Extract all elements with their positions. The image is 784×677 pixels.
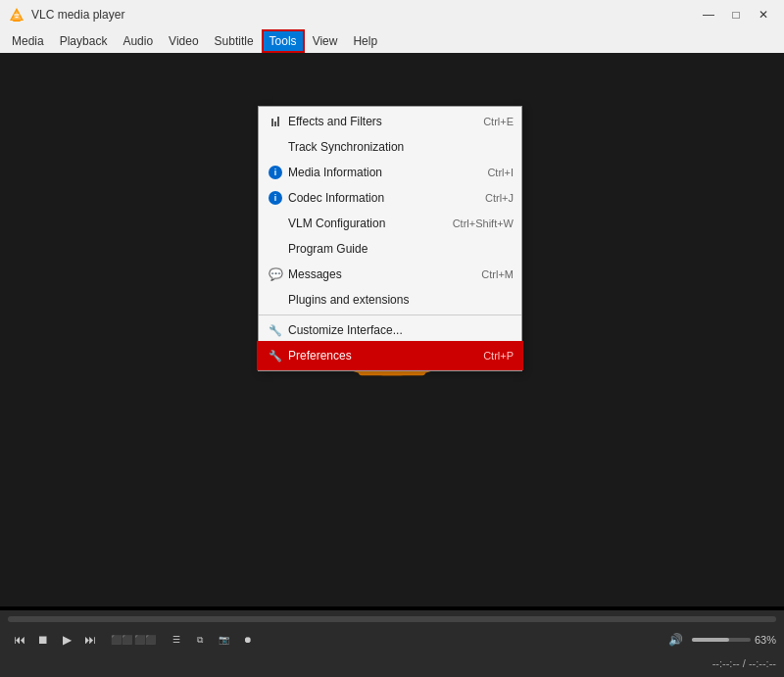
- snapshot-button[interactable]: 📷: [212, 628, 235, 652]
- plugins-icon: [267, 291, 284, 309]
- app-icon: [8, 6, 25, 24]
- tools-dropdown: Effects and Filters Ctrl+E Track Synchro…: [258, 106, 522, 371]
- controls-row: ⏮ ⏹ ▶ ⏭ ⬛⬛ ⬛⬛ ☰ ⧉ 📷 ⏺ 🔊 63%: [0, 622, 784, 657]
- preferences-icon: 🔧: [267, 347, 284, 364]
- codec-info-icon: i: [267, 189, 284, 207]
- customize-icon: 🔧: [267, 321, 284, 339]
- eq-icon: [267, 113, 284, 130]
- frame-next-button[interactable]: ⬛⬛: [133, 628, 157, 652]
- menu-preferences[interactable]: 🔧 Preferences Ctrl+P: [259, 343, 521, 368]
- svg-rect-2: [13, 20, 21, 22]
- skip-back-button[interactable]: ⏮: [8, 628, 31, 652]
- menu-customize[interactable]: 🔧 Customize Interface...: [259, 317, 521, 343]
- effects-filters-shortcut: Ctrl+E: [483, 116, 514, 127]
- main-content: Effects and Filters Ctrl+E Track Synchro…: [0, 53, 784, 606]
- menu-view[interactable]: View: [305, 29, 346, 53]
- title-bar: VLC media player — □ ✕: [0, 0, 784, 29]
- menu-codec-info[interactable]: i Codec Information Ctrl+J: [259, 185, 521, 211]
- stop-button[interactable]: ⏹: [31, 628, 55, 652]
- preferences-label: Preferences: [288, 349, 475, 363]
- menu-video[interactable]: Video: [161, 29, 206, 53]
- effects-filters-label: Effects and Filters: [288, 115, 475, 128]
- menu-effects-filters[interactable]: Effects and Filters Ctrl+E: [259, 109, 521, 134]
- vlm-icon: [267, 215, 284, 232]
- frame-prev-button[interactable]: ⬛⬛: [110, 628, 133, 652]
- vlm-config-shortcut: Ctrl+Shift+W: [453, 218, 514, 229]
- minimize-button[interactable]: —: [696, 5, 721, 24]
- program-guide-icon: [267, 240, 284, 258]
- volume-area: 🔊 63%: [664, 628, 776, 652]
- skip-forward-button[interactable]: ⏭: [78, 628, 102, 652]
- menu-audio[interactable]: Audio: [115, 29, 161, 53]
- vlm-config-label: VLM Configuration: [288, 217, 445, 230]
- playlist-button[interactable]: ☰: [165, 628, 188, 652]
- codec-info-shortcut: Ctrl+J: [485, 192, 514, 204]
- messages-icon: 💬: [267, 266, 284, 283]
- record-button[interactable]: ⏺: [235, 628, 259, 652]
- menu-help[interactable]: Help: [345, 29, 385, 53]
- volume-fill: [692, 638, 729, 642]
- messages-label: Messages: [288, 267, 473, 281]
- maximize-button[interactable]: □: [723, 5, 749, 24]
- menu-messages[interactable]: 💬 Messages Ctrl+M: [259, 262, 521, 287]
- menu-subtitle[interactable]: Subtitle: [207, 29, 262, 53]
- preferences-shortcut: Ctrl+P: [483, 350, 514, 362]
- menu-media[interactable]: Media: [4, 29, 52, 53]
- menu-bar: Media Playback Audio Video Subtitle Tool…: [0, 29, 784, 53]
- codec-info-label: Codec Information: [288, 191, 477, 205]
- play-button[interactable]: ▶: [55, 628, 78, 652]
- media-info-icon: i: [267, 164, 284, 181]
- time-display: --:--:-- / --:--:--: [712, 657, 776, 669]
- window-controls: — □ ✕: [696, 5, 776, 24]
- window-title: VLC media player: [31, 8, 696, 22]
- volume-slider[interactable]: [692, 638, 751, 642]
- track-sync-icon: [267, 138, 284, 156]
- customize-label: Customize Interface...: [288, 323, 506, 337]
- menu-vlm-config[interactable]: VLM Configuration Ctrl+Shift+W: [259, 211, 521, 236]
- menu-playback[interactable]: Playback: [52, 29, 116, 53]
- menu-track-sync[interactable]: Track Synchronization: [259, 134, 521, 160]
- media-info-shortcut: Ctrl+I: [487, 167, 514, 178]
- track-sync-label: Track Synchronization: [288, 140, 506, 154]
- close-button[interactable]: ✕: [751, 5, 776, 24]
- menu-tools[interactable]: Tools: [262, 29, 305, 53]
- media-info-label: Media Information: [288, 166, 479, 179]
- menu-media-info[interactable]: i Media Information Ctrl+I: [259, 160, 521, 185]
- menu-program-guide[interactable]: Program Guide: [259, 236, 521, 262]
- menu-plugins-ext[interactable]: Plugins and extensions: [259, 287, 521, 313]
- extended-button[interactable]: ⧉: [188, 628, 212, 652]
- plugins-ext-label: Plugins and extensions: [288, 293, 506, 307]
- volume-icon[interactable]: 🔊: [664, 628, 688, 652]
- bottom-toolbar: ⏮ ⏹ ▶ ⏭ ⬛⬛ ⬛⬛ ☰ ⧉ 📷 ⏺ 🔊 63% --:--:-- / -…: [0, 610, 784, 677]
- program-guide-label: Program Guide: [288, 242, 506, 256]
- messages-shortcut: Ctrl+M: [481, 268, 514, 280]
- menu-separator: [259, 314, 521, 315]
- volume-label: 63%: [755, 634, 776, 646]
